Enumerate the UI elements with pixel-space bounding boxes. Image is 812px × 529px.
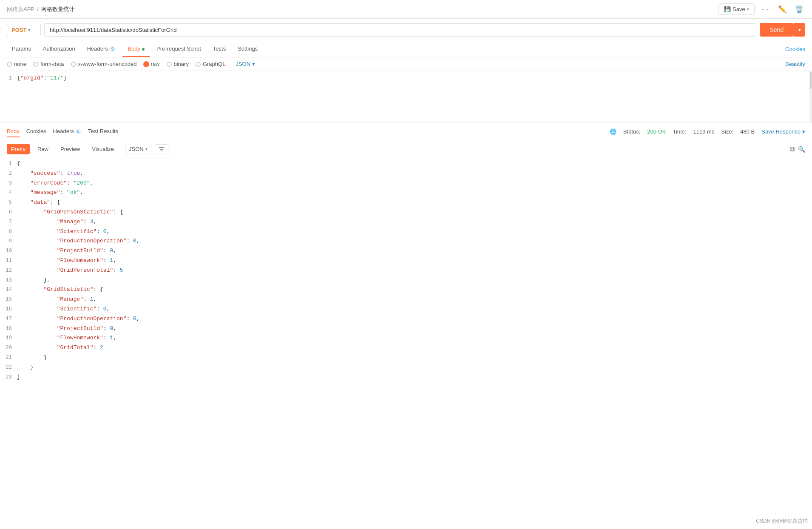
more-options-button[interactable]: ··· — [760, 4, 771, 15]
size-value: 480 B — [740, 128, 755, 135]
response-code-editor: 1{2 "success": true,3 "errorCode": "200"… — [0, 157, 812, 384]
resp-line: 10 "ProjectBuild": 0, — [0, 246, 812, 256]
method-chevron: ▾ — [28, 28, 30, 32]
filter-button[interactable] — [155, 144, 168, 154]
request-code-editor[interactable]: 1 {"orgId":"117"} — [0, 71, 812, 122]
json-format-select[interactable]: JSON ▾ — [125, 144, 151, 154]
resp-linenum: 7 — [0, 218, 17, 226]
resp-line: 18 "ProjectBuild": 0, — [0, 324, 812, 334]
beautify-button[interactable]: Beautify — [785, 61, 805, 67]
radio-none — [7, 62, 12, 67]
resp-linecontent: "FlowHomework": 1, — [17, 334, 812, 343]
resp-linecontent: "GridStatistic": { — [17, 285, 812, 294]
tab-tests[interactable]: Tests — [208, 41, 231, 57]
resp-line: 23} — [0, 373, 812, 382]
editor-scrollbar[interactable] — [809, 71, 812, 122]
breadcrumb-separator: / — [37, 6, 39, 12]
resp-line: 1{ — [0, 159, 812, 169]
format-visualize[interactable]: Visualize — [88, 144, 118, 154]
tab-headers[interactable]: Headers9 — [82, 41, 121, 57]
format-pretty[interactable]: Pretty — [7, 144, 30, 154]
request-tabs: Params Authorization Headers9 Body Pre-r… — [0, 41, 812, 57]
resp-tab-body[interactable]: Body — [7, 126, 20, 137]
send-dropdown-button[interactable]: ▾ — [794, 23, 805, 37]
response-body[interactable]: 1{2 "success": true,3 "errorCode": "200"… — [0, 157, 812, 529]
resp-linecontent: "errorCode": "200", — [17, 179, 812, 188]
option-url-encoded[interactable]: x-www-form-urlencoded — [71, 61, 137, 67]
breadcrumb: 网格员APP / 网格数量统计 — [7, 6, 74, 13]
save-response-label: Save Response — [761, 128, 801, 135]
tab-authorization[interactable]: Authorization — [38, 41, 80, 57]
option-form-data[interactable]: form-data — [33, 61, 64, 67]
send-button[interactable]: Send — [760, 23, 794, 37]
format-raw[interactable]: Raw — [33, 144, 53, 154]
body-active-dot — [142, 48, 145, 51]
resp-tab-cookies[interactable]: Cookies — [26, 126, 46, 137]
resp-linenum: 1 — [0, 159, 17, 168]
copy-button[interactable]: ⧉ — [790, 145, 795, 153]
option-raw[interactable]: raw — [144, 61, 160, 67]
edit-icon-button[interactable]: ✏️ — [776, 3, 788, 15]
resp-linecontent: } — [17, 353, 812, 362]
resp-linenum: 22 — [0, 363, 17, 372]
resp-linecontent: "ProjectBuild": 0, — [17, 324, 812, 333]
json-select[interactable]: JSON ▾ — [236, 61, 255, 67]
resp-line: 6 "GridPersonStatistic": { — [0, 208, 812, 217]
watermark: CSDN @@解忧杂货铺 — [756, 518, 808, 525]
filter-icon — [159, 146, 165, 152]
method-select[interactable]: POST ▾ — [7, 24, 41, 36]
radio-url-encoded — [71, 62, 76, 67]
resp-linecontent: } — [17, 363, 812, 372]
json-format-chevron: ▾ — [145, 147, 148, 151]
save-dropdown-chevron[interactable]: ▾ — [747, 7, 749, 11]
method-value: POST — [11, 27, 26, 33]
resp-line: 3 "errorCode": "200", — [0, 179, 812, 188]
send-group: Send ▾ — [760, 23, 805, 37]
resp-linecontent: "GridPersonStatistic": { — [17, 208, 812, 217]
tab-settings[interactable]: Settings — [233, 41, 263, 57]
url-input[interactable] — [44, 23, 756, 37]
resp-line: 11 "FlowHomework": 1, — [0, 256, 812, 266]
resp-headers-badge: 5 — [75, 129, 82, 134]
option-binary[interactable]: binary — [167, 61, 189, 67]
tab-headers-label: Headers — [87, 46, 108, 52]
save-response-button[interactable]: Save Response ▾ — [761, 128, 805, 135]
cookies-link[interactable]: Cookies — [785, 46, 805, 52]
url-bar: POST ▾ Send ▾ — [0, 19, 812, 41]
tab-pre-request[interactable]: Pre-request Script — [151, 41, 206, 57]
tab-params[interactable]: Params — [7, 41, 36, 57]
resp-linenum: 13 — [0, 276, 17, 284]
resp-line: 4 "message": "ok", — [0, 188, 812, 198]
status-label: Status: — [623, 128, 640, 135]
option-graphql[interactable]: GraphQL — [196, 61, 225, 67]
globe-icon[interactable]: 🌐 — [610, 128, 616, 135]
resp-line: 9 "ProductionOperation": 0, — [0, 236, 812, 246]
resp-line: 14 "GridStatistic": { — [0, 285, 812, 295]
delete-icon-button[interactable]: 🗑️ — [793, 3, 805, 15]
breadcrumb-current: 网格数量统计 — [41, 6, 74, 13]
search-button[interactable]: 🔍 — [798, 146, 805, 153]
resp-line: 17 "ProductionOperation": 0, — [0, 314, 812, 324]
req-linecontent-1: {"orgId":"117"} — [17, 75, 812, 81]
resp-linecontent: "success": true, — [17, 169, 812, 178]
resp-linecontent: "Manage": 4, — [17, 218, 812, 227]
resp-linecontent: "GridPersonTotal": 5 — [17, 266, 812, 275]
save-button[interactable]: 💾 Save ▾ — [718, 3, 755, 15]
format-preview[interactable]: Preview — [56, 144, 84, 154]
resp-linenum: 15 — [0, 295, 17, 304]
resp-line: 12 "GridPersonTotal": 5 — [0, 266, 812, 276]
resp-tab-headers[interactable]: Headers5 — [53, 126, 82, 137]
option-none[interactable]: none — [7, 61, 26, 67]
req-line-1: 1 {"orgId":"117"} — [0, 74, 812, 82]
headers-badge: 9 — [109, 46, 116, 52]
resp-linecontent: "data": { — [17, 198, 812, 207]
resp-line: 2 "success": true, — [0, 169, 812, 179]
resp-linecontent: "Scientific": 0, — [17, 228, 812, 236]
breadcrumb-app[interactable]: 网格员APP — [7, 6, 34, 13]
resp-linecontent: "message": "ok", — [17, 188, 812, 197]
resp-linecontent: "ProductionOperation": 0, — [17, 315, 812, 324]
url-encoded-label: x-www-form-urlencoded — [78, 61, 137, 67]
size-label: Size: — [721, 128, 733, 135]
resp-tab-test-results[interactable]: Test Results — [88, 126, 118, 137]
tab-body[interactable]: Body — [122, 41, 150, 57]
